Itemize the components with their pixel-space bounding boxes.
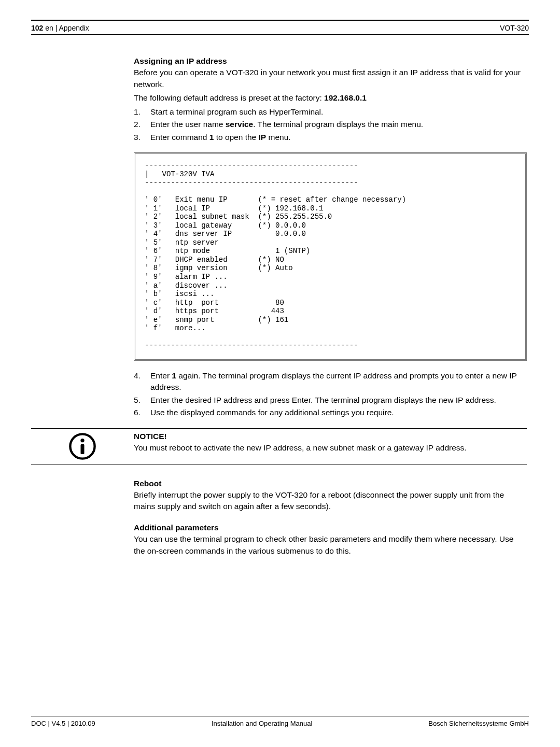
notice-title: NOTICE! (134, 431, 527, 442)
step-number: 6. (134, 407, 150, 418)
additional-parameters-text: You can use the terminal program to chec… (134, 533, 527, 557)
default-address-value: 192.168.0.1 (324, 93, 367, 102)
footer: DOC | V4.5 | 2010.09 Installation and Op… (31, 716, 529, 727)
step-text: Enter the user name service. The termina… (150, 119, 527, 130)
step-number: 1. (134, 106, 150, 118)
default-address-lead: The following default address is preset … (134, 93, 324, 102)
running-header: 102 en | Appendix VOT-320 (31, 21, 529, 34)
step-bold: 1 (172, 371, 176, 380)
notice-body: You must reboot to activate the new IP a… (134, 442, 527, 454)
heading-assigning-ip: Assigning an IP address (134, 55, 527, 67)
step-number: 3. (134, 132, 150, 143)
page-number: 102 (31, 24, 43, 32)
footer-left: DOC | V4.5 | 2010.09 (31, 720, 95, 727)
svg-point-1 (80, 438, 84, 442)
step-text: Enter 1 again. The terminal program disp… (150, 370, 527, 393)
terminal-text: ----------------------------------------… (135, 154, 525, 359)
step-fragment: Enter the user name (150, 120, 226, 129)
notice-block: NOTICE! You must reboot to activate the … (31, 429, 527, 464)
step-fragment: again. The terminal program displays the… (150, 371, 517, 391)
intro-paragraph: Before you can operate a VOT-320 in your… (134, 67, 527, 90)
notice-text: NOTICE! You must reboot to activate the … (134, 429, 527, 456)
page: 102 en | Appendix VOT-320 Assigning an I… (0, 0, 560, 747)
step-fragment: menu. (266, 133, 290, 142)
step-5: 5. Enter the desired IP address and pres… (134, 394, 527, 406)
step-text: Start a terminal program such as HyperTe… (150, 106, 527, 118)
footer-right: Bosch Sicherheitssysteme GmbH (428, 720, 529, 727)
step-text: Enter the desired IP address and press E… (150, 394, 527, 406)
step-2: 2. Enter the user name service. The term… (134, 119, 527, 130)
info-icon (68, 432, 97, 461)
step-4: 4. Enter 1 again. The terminal program d… (134, 370, 527, 393)
step-text: Enter command 1 to open the IP menu. (150, 132, 527, 143)
notice-block-wrap: NOTICE! You must reboot to activate the … (31, 429, 527, 464)
header-section: en | Appendix (45, 24, 89, 32)
heading-additional-parameters: Additional parameters (134, 522, 527, 533)
default-address-line: The following default address is preset … (134, 92, 527, 104)
step-number: 2. (134, 119, 150, 130)
step-3: 3. Enter command 1 to open the IP menu. (134, 132, 527, 143)
footer-row: DOC | V4.5 | 2010.09 Installation and Op… (31, 716, 529, 727)
heading-reboot: Reboot (134, 478, 527, 489)
reboot-text: Briefly interrupt the power supply to th… (134, 489, 527, 513)
step-number: 4. (134, 370, 150, 393)
step-number: 5. (134, 394, 150, 406)
step-text: Use the displayed commands for any addit… (150, 407, 527, 418)
steps-4-6: 4. Enter 1 again. The terminal program d… (134, 370, 527, 419)
header-right: VOT-320 (500, 24, 529, 32)
step-fragment: Enter command (150, 133, 209, 142)
content-column: Assigning an IP address Before you can o… (31, 35, 529, 557)
header-left: 102 en | Appendix (31, 24, 89, 32)
step-1: 1. Start a terminal program such as Hype… (134, 106, 527, 118)
footer-center: Installation and Operating Manual (212, 720, 312, 727)
info-icon-cell (31, 429, 134, 464)
svg-rect-2 (81, 444, 85, 454)
step-fragment: Enter (150, 371, 172, 380)
step-bold: IP (259, 133, 267, 142)
step-fragment: to open the (214, 133, 258, 142)
terminal-screenshot: ----------------------------------------… (134, 152, 527, 360)
steps-1-3: 1. Start a terminal program such as Hype… (134, 106, 527, 143)
step-6: 6. Use the displayed commands for any ad… (134, 407, 527, 418)
step-bold: service (226, 120, 253, 129)
step-fragment: . The terminal program displays the main… (253, 120, 423, 129)
